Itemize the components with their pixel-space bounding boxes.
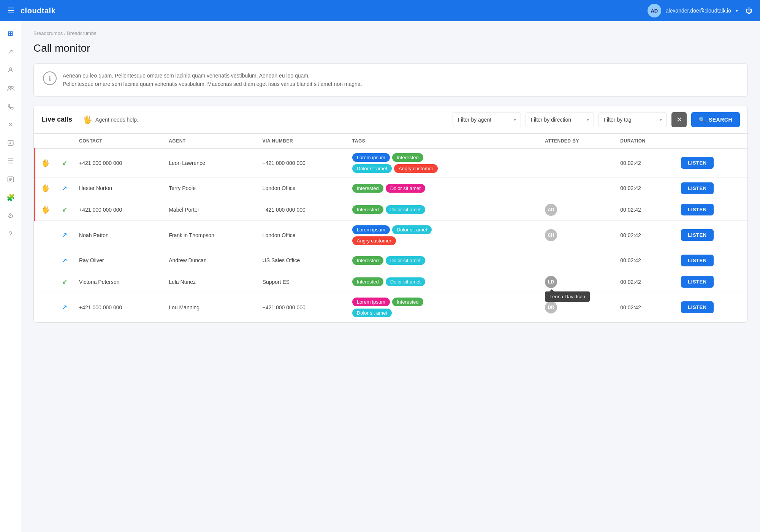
search-button[interactable]: 🔍 SEARCH bbox=[691, 112, 740, 127]
sidebar-item-user[interactable] bbox=[3, 62, 18, 78]
filter-agent-dropdown[interactable]: Filter by agent ▾ bbox=[453, 112, 521, 127]
listen-button[interactable]: LISTEN bbox=[681, 276, 713, 288]
action-cell: LISTEN bbox=[675, 293, 747, 322]
direction-cell: ↙ bbox=[56, 148, 73, 177]
tag: Interested bbox=[352, 256, 383, 265]
attended-by-avatar[interactable]: CH bbox=[545, 229, 557, 241]
sidebar-item-grid[interactable]: ⊞ bbox=[3, 26, 18, 41]
sidebar-item-group[interactable] bbox=[3, 81, 18, 96]
tag: Lorem ipsum bbox=[352, 225, 390, 234]
filter-tag-chevron-icon: ▾ bbox=[660, 117, 662, 122]
contact-cell: Noah Patton bbox=[73, 220, 163, 250]
col-direction bbox=[56, 134, 73, 149]
table-row: ↙Victoria PetersonLela NunezSupport ESIn… bbox=[35, 271, 747, 293]
agent-cell: Lou Manning bbox=[163, 293, 256, 322]
brand-logo: cloudtalk bbox=[21, 6, 55, 15]
sidebar-item-settings[interactable]: ⚙ bbox=[3, 208, 18, 223]
filter-direction-dropdown[interactable]: Filter by direction ▾ bbox=[526, 112, 594, 127]
sidebar-item-phone[interactable] bbox=[3, 99, 18, 114]
sidebar-item-chart[interactable]: ↗ bbox=[3, 44, 18, 59]
contact-cell: +421 000 000 000 bbox=[73, 293, 163, 322]
toolbar: Live calls 🖐 Agent needs help. Filter by… bbox=[34, 106, 747, 134]
attended-by-cell: CH bbox=[539, 220, 614, 250]
direction-in-icon: ↙ bbox=[62, 279, 67, 285]
col-duration: DURATION bbox=[614, 134, 675, 149]
direction-cell: ↗ bbox=[56, 220, 73, 250]
sidebar-item-puzzle[interactable]: 🧩 bbox=[3, 190, 18, 205]
contact-cell: +421 000 000 000 bbox=[73, 199, 163, 220]
sidebar-item-contacts[interactable] bbox=[3, 172, 18, 187]
menu-icon[interactable]: ☰ bbox=[8, 6, 14, 15]
tag: Dolor sit amet bbox=[386, 256, 425, 265]
col-action bbox=[675, 134, 747, 149]
agent-needs-help: 🖐 Agent needs help. bbox=[83, 115, 138, 124]
listen-button[interactable]: LISTEN bbox=[681, 301, 713, 313]
direction-cell: ↙ bbox=[56, 271, 73, 293]
tags-cell: InterestedDolor sit amet bbox=[346, 250, 539, 271]
tag: Dolor sit amet bbox=[352, 309, 392, 317]
attended-by-cell bbox=[539, 250, 614, 271]
sidebar-item-report[interactable] bbox=[3, 135, 18, 150]
action-cell: LISTEN bbox=[675, 148, 747, 177]
duration-cell: 00:02:42 bbox=[614, 177, 675, 199]
table-row: ↗Noah PattonFranklin ThompsonLondon Offi… bbox=[35, 220, 747, 250]
listen-button[interactable]: LISTEN bbox=[681, 182, 713, 194]
tag: Interested bbox=[352, 277, 383, 286]
listen-button[interactable]: LISTEN bbox=[681, 229, 713, 241]
hand-icon: 🖐 bbox=[41, 159, 50, 167]
tag: Interested bbox=[352, 184, 383, 193]
tag: Lorem ipsum bbox=[352, 153, 390, 162]
sidebar: ⊞ ↗ ✕ ☰ 🧩 ⚙ ? bbox=[0, 21, 21, 532]
info-box: ℹ Aenean eu leo quam. Pellentesque ornar… bbox=[33, 63, 748, 97]
attended-by-cell bbox=[539, 148, 614, 177]
action-cell: LISTEN bbox=[675, 250, 747, 271]
attended-by-avatar[interactable]: DR bbox=[545, 301, 557, 314]
attended-by-avatar[interactable]: LD bbox=[545, 276, 557, 288]
tag: Interested bbox=[392, 298, 423, 306]
direction-out-icon: ↗ bbox=[62, 185, 67, 192]
filter-agent-chevron-icon: ▾ bbox=[514, 117, 516, 122]
user-menu-chevron-icon[interactable]: ▾ bbox=[736, 8, 738, 13]
clear-filters-button[interactable]: ✕ bbox=[671, 112, 687, 127]
agent-cell: Terry Poole bbox=[163, 177, 256, 199]
alert-cell bbox=[35, 293, 56, 322]
listen-button[interactable]: LISTEN bbox=[681, 255, 713, 266]
attended-by-avatar[interactable]: AD bbox=[545, 204, 557, 216]
tag: Interested bbox=[392, 153, 423, 162]
calls-table: CONTACT AGENT VIA NUMBER TAGS ATTENDED B… bbox=[34, 134, 747, 322]
tag: Dolor sit amet bbox=[392, 225, 432, 234]
action-cell: LISTEN bbox=[675, 199, 747, 220]
power-icon[interactable]: ⏻ bbox=[746, 7, 752, 15]
duration-cell: 00:02:42 bbox=[614, 148, 675, 177]
tag: Dolor sit amet bbox=[386, 277, 425, 286]
duration-cell: 00:02:42 bbox=[614, 220, 675, 250]
attended-by-cell: LDLeona Davidson bbox=[539, 271, 614, 293]
live-calls-title: Live calls bbox=[41, 116, 72, 124]
tags-cell: Lorem ipsumInterestedDolor sit amet bbox=[346, 293, 539, 322]
info-text: Aenean eu leo quam. Pellentesque ornare … bbox=[63, 71, 362, 89]
tags-cell: InterestedDolor sit amet bbox=[346, 199, 539, 220]
tag: Dolor sit amet bbox=[386, 184, 425, 193]
listen-button[interactable]: LISTEN bbox=[681, 204, 713, 215]
direction-cell: ↗ bbox=[56, 293, 73, 322]
duration-cell: 00:02:42 bbox=[614, 199, 675, 220]
listen-button[interactable]: LISTEN bbox=[681, 157, 713, 169]
sidebar-item-x[interactable]: ✕ bbox=[3, 117, 18, 132]
sidebar-item-help[interactable]: ? bbox=[3, 226, 18, 242]
via-number-cell: London Office bbox=[256, 177, 346, 199]
tag: Interested bbox=[352, 205, 383, 214]
topnav: ☰ cloudtalk AD alexander.doe@cloudtalk.i… bbox=[0, 0, 760, 21]
avatar-tooltip: Leona Davidson bbox=[545, 291, 590, 302]
hand-icon: 🖐 bbox=[41, 184, 50, 192]
contact-cell: Hester Norton bbox=[73, 177, 163, 199]
alert-cell bbox=[35, 220, 56, 250]
alert-cell: 🖐 bbox=[35, 177, 56, 199]
col-tags: TAGS bbox=[346, 134, 539, 149]
tag: Dolor sit amet bbox=[386, 205, 425, 214]
sidebar-item-list[interactable]: ☰ bbox=[3, 154, 18, 169]
contact-cell: Victoria Peterson bbox=[73, 271, 163, 293]
duration-cell: 00:02:42 bbox=[614, 250, 675, 271]
live-calls-panel: Live calls 🖐 Agent needs help. Filter by… bbox=[33, 106, 748, 323]
filter-tag-dropdown[interactable]: Filter by tag ▾ bbox=[598, 112, 667, 127]
user-avatar[interactable]: AD bbox=[648, 4, 661, 17]
